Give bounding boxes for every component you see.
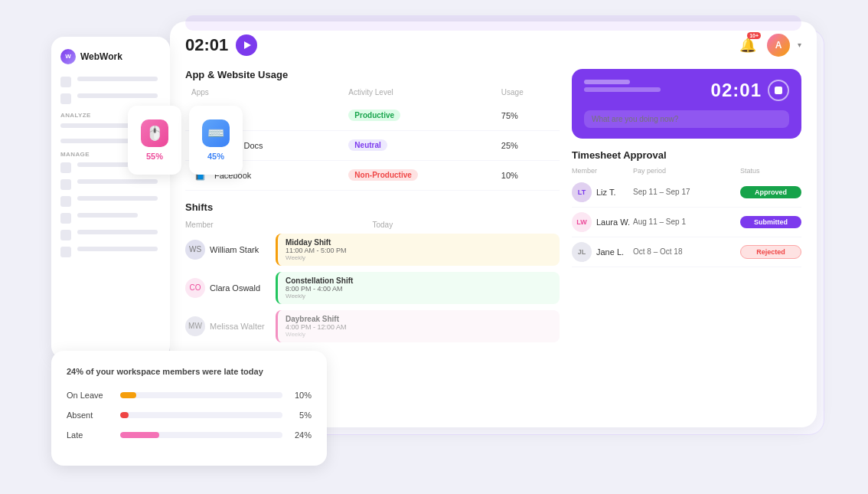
shift-freq-2: Weekly: [286, 293, 552, 299]
manage-nav-3[interactable]: [60, 196, 161, 207]
ts-member-laura: LW Laura W.: [572, 212, 633, 232]
shift-time-3: 4:00 PM - 12:00 AM: [286, 323, 552, 331]
manage-nav-5[interactable]: [60, 230, 161, 240]
circle-icon: [60, 93, 71, 104]
stop-button[interactable]: [768, 80, 789, 101]
figma-status-badge: Productive: [348, 110, 400, 121]
shift-member-2: CO Clara Oswald: [185, 278, 269, 298]
shifts-section: Shifts Member Today WS William Stark Mid…: [185, 201, 560, 342]
ts-status-laura: Submitted: [740, 216, 801, 228]
member-name-ws: William Stark: [210, 245, 259, 254]
ts-name-liz: Liz T.: [596, 188, 615, 197]
figma-usage-cell: 75%: [495, 101, 560, 131]
manage-icon-3: [60, 196, 71, 207]
manage-icon-2: [60, 179, 71, 190]
shift-name-3: Daybreak Shift: [286, 315, 552, 323]
absent-bar-container: [120, 412, 282, 418]
mouse-stat-card: 🖱️ 55%: [128, 106, 181, 175]
attendance-headline-text: of your workspace members were late toda…: [86, 367, 263, 376]
manage-nav-4[interactable]: [60, 213, 161, 224]
timer-widget-display: 02:01: [711, 80, 762, 101]
user-avatar[interactable]: A: [767, 34, 790, 57]
timer-widget: 02:01: [572, 69, 801, 139]
gdocs-status-cell: Neutral: [342, 130, 494, 160]
shift-freq-3: Weekly: [286, 331, 552, 338]
header-right: 🔔 10+ A ▾: [736, 34, 801, 57]
ts-name-jane: Jane L.: [596, 247, 624, 257]
leave-label: On Leave: [67, 391, 120, 400]
manage-nav-6[interactable]: [60, 247, 161, 257]
ts-col-period: Pay period: [633, 167, 740, 175]
leave-pct: 10%: [290, 391, 312, 400]
activity-input[interactable]: [584, 110, 789, 128]
manage-label-3: [77, 196, 158, 201]
late-pct: 24%: [290, 430, 312, 440]
attendance-row-leave: On Leave 10%: [67, 391, 312, 400]
manage-label-5: [77, 230, 158, 234]
timesheet-header: Member Pay period Status: [572, 167, 801, 178]
sidebar-nav-item-1[interactable]: [60, 77, 161, 87]
dashboard-cols: App & Website Usage Apps Activity Level …: [185, 69, 801, 348]
shift-card-3: Daybreak Shift 4:00 PM - 12:00 AM Weekly: [276, 310, 560, 342]
manage-nav-2[interactable]: [60, 179, 161, 190]
leave-bar-container: [120, 392, 282, 398]
shift-time-1: 11:00 AM - 5:00 PM: [286, 247, 552, 254]
absent-bar: [120, 412, 129, 418]
late-bar-container: [120, 432, 282, 438]
grid-icon: [60, 77, 71, 87]
absent-pct: 5%: [290, 411, 312, 420]
icon-stat-cards: 🖱️ 55% ⌨️ 45%: [128, 106, 243, 175]
manage-icon-1: [60, 162, 71, 173]
main-header: 02:01 🔔 10+ A ▾: [185, 34, 801, 57]
col-usage: Usage: [495, 88, 560, 101]
attendance-row-late: Late 24%: [67, 430, 312, 440]
sidebar-nav-item-2[interactable]: [60, 93, 161, 104]
ts-row-2: LW Laura W. Aug 11 – Sep 1 Submitted: [572, 208, 801, 237]
ts-row-1: LT Liz T. Sep 11 – Sep 17 Approved: [572, 178, 801, 208]
shift-card-1: Midday Shift 11:00 AM - 5:00 PM Weekly: [276, 234, 560, 266]
col-apps: Apps: [185, 88, 342, 101]
late-label: Late: [67, 430, 120, 440]
webwork-logo-icon: W: [60, 49, 76, 64]
keyboard-stat-card: ⌨️ 45%: [189, 106, 243, 175]
shift-member-3: MW Melissa Walter: [185, 316, 269, 336]
timer-area: 02:01: [185, 34, 257, 56]
bell-icon: 🔔: [739, 37, 756, 54]
keyboard-stat-pct: 45%: [207, 152, 224, 161]
ts-status-jane: Rejected: [740, 245, 801, 259]
ts-col-member: Member: [572, 167, 633, 175]
shift-member-1: WS William Stark: [185, 240, 269, 260]
tw-bar1: [584, 80, 630, 84]
figma-status-cell: Productive: [342, 101, 494, 131]
sidebar-logo-text: WebWork: [80, 51, 122, 62]
play-button[interactable]: [236, 34, 257, 56]
col-activity: Activity Level: [342, 88, 494, 101]
member-avatar-ws: WS: [185, 240, 205, 260]
member-avatar-mw: MW: [185, 316, 205, 336]
ts-row-3: JL Jane L. Oct 8 – Oct 18 Rejected: [572, 237, 801, 267]
gdocs-usage-cell: 25%: [495, 130, 560, 160]
chevron-down-icon[interactable]: ▾: [798, 41, 801, 49]
ts-status-liz: Approved: [740, 186, 801, 198]
ts-name-laura: Laura W.: [596, 218, 630, 227]
ts-avatar-liz: LT: [572, 182, 592, 202]
timesheet-title: Timesheet Approval: [572, 149, 801, 161]
attendance-card: 24% of your workspace members were late …: [51, 351, 327, 465]
member-name-co: Clara Oswald: [210, 283, 260, 293]
ts-avatar-laura: LW: [572, 212, 592, 232]
manage-label-2: [77, 179, 158, 184]
gdocs-status-badge: Neutral: [348, 139, 387, 151]
manage-icon-5: [60, 230, 71, 240]
leave-bar: [120, 392, 136, 398]
manage-label-4: [77, 213, 138, 218]
notification-bell[interactable]: 🔔 10+: [736, 34, 759, 57]
attendance-header: 24% of your workspace members were late …: [67, 366, 312, 378]
sidebar-logo: W WebWork: [60, 49, 161, 64]
timer-title-bars: [584, 80, 661, 92]
ts-member-jane: JL Jane L.: [572, 242, 633, 262]
notification-count: 10+: [747, 32, 761, 39]
timesheet-section: Timesheet Approval Member Pay period Sta…: [572, 149, 801, 267]
sidebar-nav-label-1: [77, 77, 158, 81]
fb-usage-cell: 10%: [495, 160, 560, 190]
manage-icon-6: [60, 247, 71, 257]
